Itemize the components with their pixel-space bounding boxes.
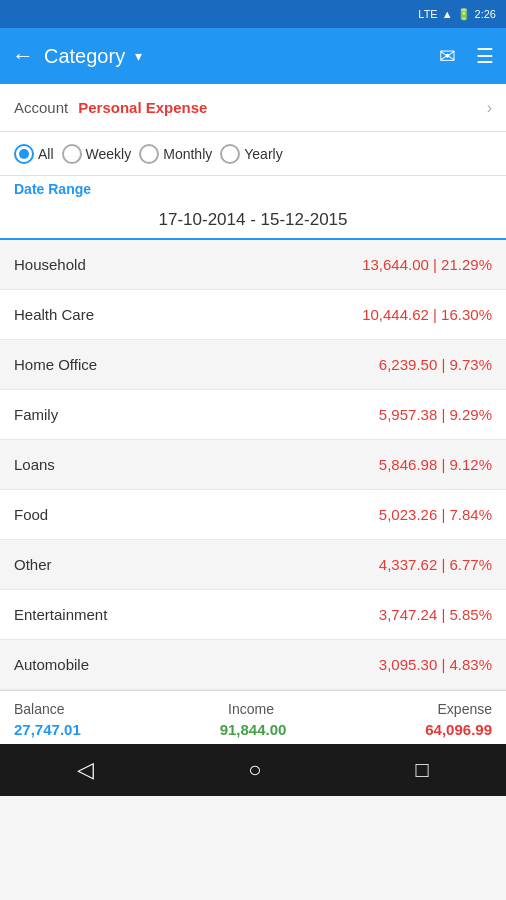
nav-recent-button[interactable]: □ <box>416 757 429 783</box>
category-name: Household <box>14 256 86 273</box>
page-title: Category <box>44 45 125 68</box>
filter-weekly[interactable]: Weekly <box>62 144 132 164</box>
signal-bars-icon: ▲ <box>442 8 453 20</box>
category-name: Other <box>14 556 52 573</box>
status-bar: LTE ▲ 🔋 2:26 <box>0 0 506 28</box>
footer: Balance Income Expense 27,747.01 91,844.… <box>0 690 506 744</box>
category-name: Health Care <box>14 306 94 323</box>
footer-balance-value: 27,747.01 <box>14 721 81 738</box>
filter-yearly[interactable]: Yearly <box>220 144 282 164</box>
category-name: Food <box>14 506 48 523</box>
filter-all-label: All <box>38 146 54 162</box>
filter-row: All Weekly Monthly Yearly <box>0 132 506 176</box>
battery-icon: 🔋 <box>457 8 471 21</box>
radio-monthly[interactable] <box>139 144 159 164</box>
category-value: 13,644.00 | 21.29% <box>362 256 492 273</box>
account-chevron-icon: › <box>487 99 492 117</box>
account-label: Account <box>14 99 68 116</box>
category-row[interactable]: Loans5,846.98 | 9.12% <box>0 440 506 490</box>
filter-weekly-label: Weekly <box>86 146 132 162</box>
nav-back-button[interactable]: ◁ <box>77 757 94 783</box>
nav-home-button[interactable]: ○ <box>248 757 261 783</box>
footer-expense-value: 64,096.99 <box>425 721 492 738</box>
account-row[interactable]: Account Personal Expense › <box>0 84 506 132</box>
category-row[interactable]: Health Care10,444.62 | 16.30% <box>0 290 506 340</box>
category-value: 3,747.24 | 5.85% <box>379 606 492 623</box>
date-range-label: Date Range <box>14 181 91 197</box>
category-value: 3,095.30 | 4.83% <box>379 656 492 673</box>
footer-income-value: 91,844.00 <box>220 721 287 738</box>
category-row[interactable]: Other4,337.62 | 6.77% <box>0 540 506 590</box>
filter-monthly-label: Monthly <box>163 146 212 162</box>
radio-weekly[interactable] <box>62 144 82 164</box>
footer-income-label: Income <box>228 701 274 717</box>
category-name: Family <box>14 406 58 423</box>
category-value: 10,444.62 | 16.30% <box>362 306 492 323</box>
category-row[interactable]: Entertainment3,747.24 | 5.85% <box>0 590 506 640</box>
category-value: 5,023.26 | 7.84% <box>379 506 492 523</box>
category-name: Entertainment <box>14 606 107 623</box>
category-row[interactable]: Household13,644.00 | 21.29% <box>0 240 506 290</box>
category-name: Home Office <box>14 356 97 373</box>
footer-expense-label: Expense <box>438 701 492 717</box>
dropdown-icon[interactable]: ▾ <box>135 48 142 64</box>
bottom-nav: ◁ ○ □ <box>0 744 506 796</box>
filter-monthly[interactable]: Monthly <box>139 144 212 164</box>
filter-all[interactable]: All <box>14 144 54 164</box>
account-name: Personal Expense <box>78 99 207 116</box>
category-row[interactable]: Family5,957.38 | 9.29% <box>0 390 506 440</box>
mail-icon[interactable]: ✉ <box>439 44 456 68</box>
back-button[interactable]: ← <box>12 43 34 69</box>
category-value: 6,239.50 | 9.73% <box>379 356 492 373</box>
radio-all[interactable] <box>14 144 34 164</box>
category-value: 4,337.62 | 6.77% <box>379 556 492 573</box>
category-list: Household13,644.00 | 21.29%Health Care10… <box>0 240 506 690</box>
date-range-header: Date Range <box>0 176 506 200</box>
category-value: 5,957.38 | 9.29% <box>379 406 492 423</box>
radio-yearly[interactable] <box>220 144 240 164</box>
signal-icon: LTE <box>418 8 437 20</box>
date-range-value: 17-10-2014 - 15-12-2015 <box>158 210 347 229</box>
category-name: Loans <box>14 456 55 473</box>
filter-yearly-label: Yearly <box>244 146 282 162</box>
category-value: 5,846.98 | 9.12% <box>379 456 492 473</box>
category-row[interactable]: Automobile3,095.30 | 4.83% <box>0 640 506 690</box>
time-display: 2:26 <box>475 8 496 20</box>
footer-balance-label: Balance <box>14 701 65 717</box>
category-name: Automobile <box>14 656 89 673</box>
menu-icon[interactable]: ☰ <box>476 44 494 68</box>
category-row[interactable]: Food5,023.26 | 7.84% <box>0 490 506 540</box>
status-bar-right: LTE ▲ 🔋 2:26 <box>418 8 496 21</box>
date-range-container[interactable]: 17-10-2014 - 15-12-2015 <box>0 200 506 240</box>
nav-bar: ← Category ▾ ✉ ☰ <box>0 28 506 84</box>
category-row[interactable]: Home Office6,239.50 | 9.73% <box>0 340 506 390</box>
